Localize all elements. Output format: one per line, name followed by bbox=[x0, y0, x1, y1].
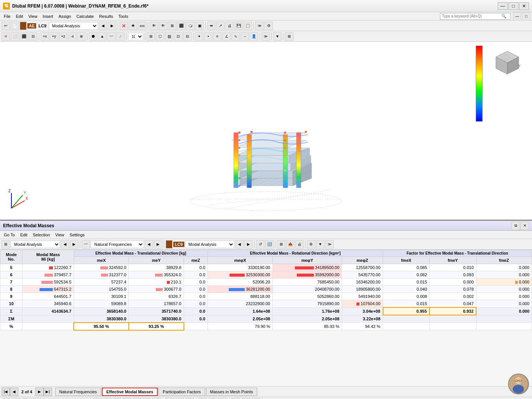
tb2-curve[interactable]: ∿ bbox=[231, 32, 240, 41]
window-min-icon[interactable]: — bbox=[513, 12, 521, 21]
results-table-container[interactable]: ModeNo. Modal MassMi [kg] Effective Moda… bbox=[0, 250, 532, 386]
status-tb13[interactable]: ⟶ bbox=[176, 398, 184, 399]
table-row[interactable]: 9 644501.7 30109.1 6326.7 0.0 888118.00 … bbox=[0, 293, 532, 300]
results-restore-btn[interactable]: ⧉ bbox=[511, 222, 520, 230]
res-grid-icon[interactable]: ⊞ bbox=[2, 240, 10, 249]
results-close-btn[interactable]: ✕ bbox=[521, 222, 529, 230]
tb-cross[interactable]: ✚ bbox=[129, 22, 137, 30]
tb-eye[interactable]: 👁 bbox=[150, 22, 158, 30]
menu-edit[interactable]: Edit bbox=[14, 13, 25, 19]
results-menu-edit[interactable]: Edit bbox=[18, 232, 30, 238]
tab-masses-mesh-points[interactable]: Masses in Mesh Points bbox=[206, 388, 257, 396]
status-tb19[interactable]: ⊟ bbox=[242, 398, 250, 399]
tb2-clear[interactable]: ✕ bbox=[2, 32, 10, 41]
prev-btn[interactable]: ◀ bbox=[99, 22, 107, 30]
res-next2-btn[interactable]: ▶ bbox=[154, 240, 162, 249]
tb-settings-icon[interactable]: ⚙ bbox=[264, 22, 273, 30]
tb2-m1[interactable]: ⊞ bbox=[147, 32, 155, 41]
status-tb18[interactable]: ⊞ bbox=[232, 398, 240, 399]
tb-color-swatch[interactable] bbox=[20, 22, 27, 30]
status-tb7[interactable]: ≡ bbox=[113, 398, 121, 399]
tb2-arrow3[interactable]: → bbox=[241, 32, 249, 41]
tb2-iso[interactable]: ⊟ bbox=[29, 32, 37, 41]
tb-more1[interactable]: ≫ bbox=[255, 22, 264, 30]
tb-undo[interactable]: ↩ bbox=[2, 22, 10, 30]
status-tb12[interactable]: ⟋ bbox=[166, 398, 174, 399]
menu-file[interactable]: File bbox=[2, 13, 13, 19]
tb2-ax[interactable]: +x bbox=[41, 32, 49, 41]
tb2-person[interactable]: 👤 bbox=[250, 32, 258, 41]
tb2-m2[interactable]: ⬡ bbox=[156, 32, 164, 41]
tab-natural-frequencies[interactable]: Natural Frequencies bbox=[55, 388, 101, 396]
first-page-btn[interactable]: |◀ bbox=[2, 388, 10, 396]
results-menu-view[interactable]: View bbox=[53, 232, 66, 238]
status-tb17[interactable]: ≫ bbox=[218, 398, 227, 399]
menu-results[interactable]: Results bbox=[97, 13, 116, 19]
res-prev-btn[interactable]: ◀ bbox=[61, 240, 69, 249]
status-tb6[interactable]: ▣ bbox=[103, 398, 111, 399]
tab-participation-factors[interactable]: Participation Factors bbox=[158, 388, 205, 396]
search-box[interactable]: 🔍 bbox=[440, 13, 511, 20]
res-lc-next[interactable]: ▶ bbox=[244, 240, 253, 249]
res-analysis-dropdown[interactable]: Modal Analysis bbox=[11, 241, 60, 248]
tb2-m3[interactable]: ▧ bbox=[165, 32, 173, 41]
status-tb4[interactable]: ⬡ bbox=[33, 398, 41, 399]
status-tb8[interactable]: ⊟ bbox=[123, 398, 131, 399]
tb2-arrow-func[interactable]: ⊕ bbox=[77, 32, 86, 41]
tb2-dot[interactable]: • bbox=[204, 32, 212, 41]
tb-arrow2[interactable]: ↗ bbox=[216, 22, 225, 30]
status-tb5[interactable]: ⊞ bbox=[93, 398, 101, 399]
next-btn[interactable]: ▶ bbox=[108, 22, 116, 30]
maximize-button[interactable]: □ bbox=[508, 2, 518, 10]
tb2-more[interactable]: ≫ bbox=[261, 32, 270, 41]
tb-xxx1[interactable]: xxx bbox=[138, 22, 146, 30]
res-lc-dropdown[interactable]: Modal Analysis bbox=[185, 241, 234, 248]
tb2-lines[interactable]: ≡ bbox=[213, 32, 222, 41]
status-tb3[interactable]: ⊞ bbox=[23, 398, 31, 399]
status-tb2[interactable]: ⊟ bbox=[13, 398, 21, 399]
tb-print[interactable]: 🖨 bbox=[225, 22, 234, 30]
table-row[interactable]: 8 647315.2 154755.0 300677.0 0.0 3628120… bbox=[0, 286, 532, 293]
3d-viewport[interactable]: -y X Y Z bbox=[0, 42, 532, 220]
results-menu-settings[interactable]: Settings bbox=[67, 232, 87, 238]
user-avatar[interactable] bbox=[508, 374, 529, 394]
tb2-star[interactable]: ✦ bbox=[195, 32, 203, 41]
minimize-button[interactable]: — bbox=[498, 2, 508, 10]
status-tb11[interactable]: ⊠ bbox=[152, 398, 161, 399]
res-prev2-btn[interactable]: ◀ bbox=[145, 240, 153, 249]
res-filter-icon[interactable]: ▼ bbox=[316, 240, 325, 249]
search-input[interactable] bbox=[442, 14, 499, 18]
tb2-3dbox[interactable]: ⬛ bbox=[20, 32, 28, 41]
status-tb9[interactable]: ◎ bbox=[133, 398, 141, 399]
results-menu-goto[interactable]: Go To bbox=[2, 232, 17, 238]
res-color-swatch[interactable] bbox=[166, 240, 173, 249]
tb2-shape[interactable]: ⬟ bbox=[89, 32, 97, 41]
tb-arrow[interactable]: ➡ bbox=[207, 22, 215, 30]
tb2-deform[interactable]: 〰 bbox=[107, 32, 116, 41]
tb2-angle[interactable]: ∠ bbox=[222, 32, 231, 41]
status-tb1[interactable]: ⊞ bbox=[3, 398, 11, 399]
table-row[interactable]: 6 379457.7 312377.0 355324.0 0.0 3253030… bbox=[0, 271, 532, 279]
tb2-ay[interactable]: +y bbox=[50, 32, 58, 41]
res-calc-icon[interactable]: 🔢 bbox=[265, 240, 274, 249]
tb-cube[interactable]: 🎲 bbox=[186, 22, 195, 30]
analysis-dropdown[interactable]: Modal Analysis bbox=[49, 22, 98, 30]
tb2-az[interactable]: +z bbox=[59, 32, 67, 41]
tb2-box[interactable]: ⬜ bbox=[11, 32, 19, 41]
tb-3d[interactable]: ⬛ bbox=[177, 22, 185, 30]
res-more-icon[interactable]: ≫ bbox=[325, 240, 334, 249]
tb2-m5[interactable]: ⊟ bbox=[183, 32, 192, 41]
next-page-btn[interactable]: ▶ bbox=[35, 388, 44, 396]
tb2-grid2[interactable]: ⊞ bbox=[285, 32, 293, 41]
tb2-line[interactable]: ⟋ bbox=[116, 32, 125, 41]
menu-tools[interactable]: Tools bbox=[116, 13, 130, 19]
tb-save2[interactable]: 📋 bbox=[244, 22, 252, 30]
res-settings-icon[interactable]: ⚙ bbox=[307, 240, 315, 249]
res-table-icon[interactable]: ⊞ bbox=[277, 240, 285, 249]
res-export-icon[interactable]: 📤 bbox=[286, 240, 294, 249]
status-tb16[interactable]: ✦ bbox=[209, 398, 217, 399]
table-row[interactable]: 10 345940.6 59089.8 178657.0 0.0 2323290… bbox=[0, 300, 532, 308]
last-page-btn[interactable]: ▶| bbox=[44, 388, 52, 396]
tb-new[interactable]: 📄 bbox=[11, 22, 19, 30]
menu-assign[interactable]: Assign bbox=[56, 13, 73, 19]
